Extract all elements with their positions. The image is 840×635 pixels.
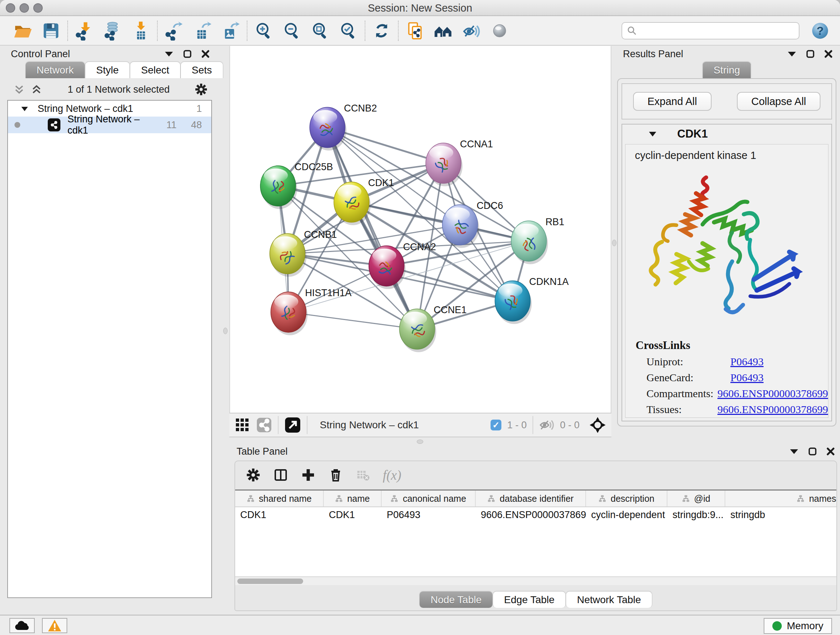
zoom-selected-button[interactable] bbox=[338, 20, 359, 41]
column-header-canonical-name[interactable]: canonical name bbox=[382, 491, 476, 507]
network-row-selected[interactable]: String Network – cdk1 11 48 bbox=[8, 117, 211, 133]
collapse-panel-icon[interactable] bbox=[789, 448, 799, 455]
close-panel-icon[interactable] bbox=[824, 50, 833, 58]
left-splitter-handle[interactable] bbox=[223, 328, 227, 334]
column-header-description[interactable]: description bbox=[586, 491, 668, 507]
float-panel-icon[interactable] bbox=[808, 447, 817, 456]
close-window-button[interactable] bbox=[6, 3, 15, 13]
node-label: CCNE1 bbox=[434, 304, 467, 315]
maximize-window-button[interactable] bbox=[33, 3, 43, 13]
crosslink-link[interactable]: 9606.ENSP00000378699 bbox=[717, 387, 828, 400]
cloud-button[interactable] bbox=[9, 618, 35, 633]
expand-all-button[interactable]: Expand All bbox=[633, 92, 712, 111]
import-network-database-button[interactable] bbox=[102, 20, 123, 41]
export-table-button[interactable] bbox=[192, 20, 213, 41]
column-header-id[interactable]: @id bbox=[668, 491, 725, 507]
horizontal-splitter-handle[interactable] bbox=[417, 440, 423, 444]
crosslink-link[interactable]: P06493 bbox=[730, 356, 764, 368]
search-field[interactable] bbox=[622, 22, 799, 40]
minimize-window-button[interactable] bbox=[19, 3, 29, 13]
crosslink-link[interactable]: P06493 bbox=[730, 371, 764, 384]
tab-style[interactable]: Style bbox=[85, 62, 130, 78]
table-gear-icon[interactable] bbox=[246, 468, 261, 482]
tab-edge-table[interactable]: Edge Table bbox=[493, 591, 566, 608]
network-node-RB1[interactable]: RB1 bbox=[511, 217, 564, 264]
network-node-CDK1[interactable]: CDK1 bbox=[334, 177, 394, 225]
float-panel-icon[interactable] bbox=[183, 50, 192, 58]
collapse-all-button[interactable]: Collapse All bbox=[737, 92, 821, 111]
column-header-namespace[interactable]: namespace bbox=[725, 491, 837, 507]
tab-network[interactable]: Network bbox=[25, 62, 85, 78]
detach-view-icon[interactable] bbox=[284, 417, 301, 433]
close-panel-icon[interactable] bbox=[201, 50, 210, 58]
column-header-shared-name[interactable]: shared name bbox=[235, 491, 324, 507]
column-header-name[interactable]: name bbox=[324, 491, 382, 507]
crosslink-link[interactable]: 9606.ENSP00000378699 bbox=[717, 403, 828, 416]
section-collapse-icon[interactable] bbox=[648, 131, 657, 137]
network-node-CCNB2[interactable]: CCNB2 bbox=[309, 103, 377, 150]
network-node-CCNB1[interactable]: CCNB1 bbox=[270, 229, 337, 277]
string-home-button[interactable] bbox=[433, 20, 454, 41]
tab-select[interactable]: Select bbox=[130, 62, 180, 78]
network-edge-CCNE1-HIST1H1A[interactable] bbox=[288, 312, 417, 329]
collapse-panel-icon[interactable] bbox=[787, 51, 797, 57]
collapse-all-icon[interactable] bbox=[13, 83, 25, 96]
import-table-button[interactable] bbox=[130, 20, 151, 41]
table-cell[interactable]: stringdb:9... bbox=[668, 507, 725, 524]
table-cell[interactable]: 9606.ENSP00000378699 bbox=[476, 507, 586, 524]
float-panel-icon[interactable] bbox=[806, 50, 815, 58]
network-node-CDC25B[interactable]: CDC25B bbox=[261, 162, 333, 209]
network-canvas[interactable]: CCNB2CCNA1CDC25BCDK1CDC6RB1CCNB1CCNA2CDK… bbox=[229, 46, 611, 413]
table-horizontal-scrollbar[interactable] bbox=[235, 576, 836, 585]
search-input[interactable] bbox=[638, 25, 794, 36]
expand-all-icon[interactable] bbox=[30, 83, 43, 96]
close-panel-icon[interactable] bbox=[826, 447, 835, 456]
network-from-selection-button[interactable] bbox=[404, 20, 425, 41]
selected-checkbox[interactable]: ✓ bbox=[491, 420, 501, 431]
network-overview-icon[interactable] bbox=[256, 417, 272, 433]
tab-network-table[interactable]: Network Table bbox=[566, 591, 652, 608]
apply-layout-button[interactable] bbox=[371, 20, 392, 41]
scrollbar-thumb[interactable] bbox=[237, 578, 303, 584]
zoom-out-button[interactable] bbox=[281, 20, 302, 41]
network-node-CCNA1[interactable]: CCNA1 bbox=[426, 139, 493, 187]
table-cell[interactable]: cyclin-dependent ... bbox=[586, 507, 668, 524]
gene-section-header[interactable]: CDK1 bbox=[622, 125, 831, 143]
tab-node-table[interactable]: Node Table bbox=[419, 591, 493, 608]
column-header-database-identifier[interactable]: database identifier bbox=[476, 491, 586, 507]
delete-column-icon[interactable] bbox=[328, 468, 343, 482]
import-network-file-button[interactable] bbox=[74, 20, 95, 41]
open-session-button[interactable] bbox=[12, 20, 33, 41]
network-node-CDC6[interactable]: CDC6 bbox=[442, 200, 503, 248]
zoom-in-button[interactable] bbox=[253, 20, 274, 41]
show-columns-icon[interactable] bbox=[273, 468, 288, 482]
tab-sets[interactable]: Sets bbox=[180, 62, 223, 78]
tree-expand-icon[interactable] bbox=[21, 106, 28, 111]
network-node-HIST1H1A[interactable]: HIST1H1A bbox=[271, 287, 352, 335]
collapse-panel-icon[interactable] bbox=[164, 51, 174, 57]
warnings-button[interactable] bbox=[42, 618, 67, 633]
save-session-button[interactable] bbox=[41, 20, 62, 41]
table-cell[interactable]: CDK1 bbox=[324, 507, 382, 524]
export-network-button[interactable] bbox=[164, 20, 185, 41]
network-node-CCNA2[interactable]: CCNA2 bbox=[369, 241, 436, 289]
glass-ball-toggle-button[interactable] bbox=[489, 20, 510, 41]
enhanced-graphics-button[interactable] bbox=[461, 20, 482, 41]
export-image-button[interactable] bbox=[220, 20, 241, 41]
network-node-CCNE1[interactable]: CCNE1 bbox=[399, 304, 467, 352]
zoom-fit-button[interactable] bbox=[309, 20, 331, 41]
table-cell[interactable]: P06493 bbox=[382, 507, 476, 524]
help-button[interactable]: ? bbox=[810, 20, 831, 41]
add-column-icon[interactable] bbox=[301, 468, 316, 482]
network-node-CDKN1A[interactable]: CDKN1A bbox=[495, 276, 569, 324]
pan-crosshair-icon[interactable] bbox=[589, 416, 606, 434]
grid-view-icon[interactable] bbox=[234, 417, 250, 433]
hidden-eye-icon[interactable] bbox=[539, 418, 554, 432]
memory-button[interactable]: Memory bbox=[764, 618, 832, 634]
tab-string[interactable]: String bbox=[702, 62, 751, 78]
network-edge-CCNB2-CCNE1[interactable] bbox=[327, 127, 417, 329]
gear-icon[interactable] bbox=[195, 83, 208, 96]
table-cell[interactable]: CDK1 bbox=[235, 507, 324, 524]
table-cell[interactable]: stringdb bbox=[725, 507, 837, 524]
table-row[interactable]: CDK1CDK1P064939606.ENSP00000378699cyclin… bbox=[235, 507, 836, 524]
